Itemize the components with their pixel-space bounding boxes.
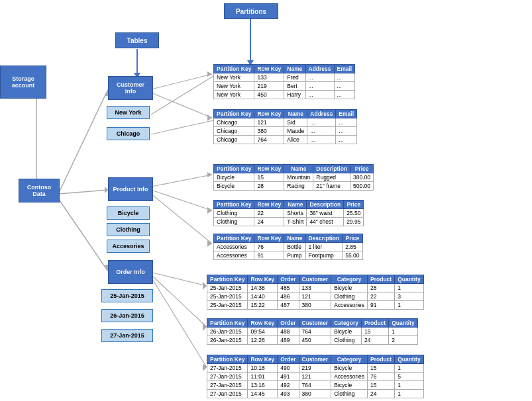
- table-row: 27-Jan-201511:01491121Accessories765: [207, 373, 424, 381]
- table-row: Accessories76Bottle1 liter2.85: [214, 243, 363, 251]
- svg-line-3: [58, 190, 108, 194]
- product-clothing-table: Partition Key Row Key Name Description P…: [213, 200, 364, 226]
- table-row: New York133Fred......: [214, 73, 355, 82]
- chicago-label: Chicago: [107, 127, 150, 140]
- table-row: Accessories91PumpFootpump55.00: [214, 251, 363, 260]
- table-row: Chicago121Sid......: [214, 118, 357, 127]
- svg-line-1: [58, 89, 108, 194]
- svg-line-13: [151, 93, 212, 118]
- svg-line-15: [151, 76, 213, 114]
- svg-marker-18: [207, 172, 212, 177]
- partitions-box: Partitions: [224, 3, 278, 19]
- order-jan25-table: Partition Key Row Key Order Customer Cat…: [207, 275, 424, 310]
- svg-line-19: [151, 190, 212, 210]
- tables-box: Tables: [115, 32, 159, 48]
- svg-line-16: [151, 120, 213, 134]
- table-row: Clothing22Shorts36" waist25.50: [214, 209, 364, 218]
- table-row: 26-Jan-201509:54488764Bicycle151: [207, 328, 418, 336]
- svg-marker-20: [207, 207, 212, 214]
- svg-marker-14: [207, 114, 212, 121]
- table-row: New York450Harry......: [214, 91, 355, 99]
- table-row: 27-Jan-201510:18490219Bicycle151: [207, 364, 424, 373]
- product-accessories-table: Partition Key Row Key Name Description P…: [213, 234, 363, 260]
- svg-line-5: [58, 199, 108, 271]
- table-row: New York219Bert......: [214, 82, 355, 91]
- clothing-label: Clothing: [107, 223, 150, 236]
- accessories-label: Accesories: [107, 240, 150, 253]
- svg-line-25: [152, 276, 207, 327]
- svg-line-23: [152, 273, 207, 286]
- customer-info-box: Customer Info: [108, 76, 153, 100]
- table-row: 27-Jan-201513:16492764Bicycle151: [207, 381, 424, 390]
- table-row: Bicycle15MountainRugged380.00: [214, 173, 374, 182]
- order-jan26-table: Partition Key Row Key Order Customer Cat…: [207, 318, 418, 345]
- table-row: 27-Jan-201514:45493380Clothing241: [207, 390, 424, 398]
- contoso-data-box: Contoso Data: [19, 179, 60, 202]
- jan26-label: 26-Jan-2015: [101, 309, 153, 322]
- product-info-box: Product Info: [108, 177, 153, 201]
- svg-line-27: [152, 279, 207, 367]
- customer-chicago-table: Partition Key Row Key Name Address Email…: [213, 109, 357, 144]
- table-row: Chicago764Alice......: [214, 136, 357, 144]
- customer-newyork-table: Partition Key Row Key Name Address Email…: [213, 64, 355, 99]
- svg-marker-22: [207, 240, 212, 247]
- storage-account-box: Storage account: [0, 66, 46, 99]
- svg-line-11: [151, 74, 212, 89]
- jan27-label: 27-Jan-2015: [101, 329, 153, 342]
- table-row: Chicago380Maude......: [214, 127, 357, 136]
- product-bicycle-table: Partition Key Row Key Name Description P…: [213, 164, 374, 191]
- order-jan27-table: Partition Key Row Key Order Customer Cat…: [207, 355, 424, 398]
- jan25-label: 25-Jan-2015: [101, 289, 153, 302]
- bicycle-label: Bicycle: [107, 206, 150, 220]
- table-row: 25-Jan-201514:38485133Bicycle281: [207, 284, 424, 292]
- table-row: 25-Jan-201515:22487380Accessories911: [207, 301, 424, 310]
- table-row: Clothing24T-Shirt44" chest29.95: [214, 218, 364, 226]
- table-row: 25-Jan-201514:40486121Clothing223: [207, 292, 424, 301]
- svg-marker-12: [207, 71, 212, 77]
- new-york-label: New York: [107, 106, 150, 119]
- table-row: 26-Jan-201512:28489450Clothing242: [207, 336, 418, 345]
- svg-line-21: [151, 194, 212, 244]
- order-info-box: Order Info: [108, 260, 153, 284]
- table-row: Bicycle28Racing21" frame500.00: [214, 182, 374, 191]
- svg-line-17: [151, 175, 212, 187]
- diagram: Storage account Contoso Data Partitions …: [0, 0, 532, 401]
